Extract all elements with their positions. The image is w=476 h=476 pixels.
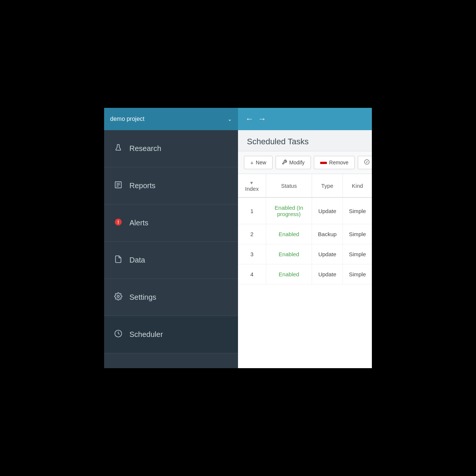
sort-icon: ▼ [249, 180, 254, 186]
cell-status: Enabled [266, 224, 312, 244]
toolbar: + New Modify [238, 151, 372, 174]
alert-icon: ! [113, 218, 123, 228]
data-icon [113, 255, 123, 266]
svg-rect-8 [320, 162, 327, 164]
remove-button[interactable]: Remove [314, 156, 355, 169]
modify-button-label: Modify [289, 160, 305, 165]
cell-index: 4 [238, 264, 266, 284]
cell-type: Update [312, 264, 343, 284]
scheduler-icon [113, 329, 123, 340]
col-index[interactable]: ▼ Index [238, 174, 266, 197]
col-status[interactable]: Status [266, 174, 312, 197]
col-status-label: Status [281, 183, 297, 189]
sidebar: Research Reports [104, 130, 238, 368]
col-kind-label: Kind [352, 183, 363, 189]
settings-icon [113, 292, 123, 303]
svg-point-6 [117, 295, 119, 298]
table-row[interactable]: 3 Enabled Update Simple [238, 244, 372, 264]
cell-status: Enabled [266, 264, 312, 284]
col-kind[interactable]: Kind [343, 174, 372, 197]
sidebar-data-label: Data [129, 256, 145, 264]
flask-icon [113, 144, 123, 154]
table-row[interactable]: 1 Enabled (In progress) Update Simple [238, 197, 372, 224]
sidebar-research-label: Research [129, 144, 161, 153]
reports-icon [113, 181, 123, 191]
scheduled-tasks-table: ▼ Index Status Type Kind [238, 174, 372, 284]
cell-index: 1 [238, 197, 266, 224]
col-type[interactable]: Type [312, 174, 343, 197]
cell-index: 2 [238, 224, 266, 244]
remove-icon [320, 160, 327, 166]
cell-kind: Simple [343, 244, 372, 264]
app-container: demo project ⌄ ← → Research [104, 108, 372, 368]
sidebar-reports-label: Reports [129, 181, 155, 190]
col-index-label: Index [245, 186, 259, 192]
forward-button[interactable]: → [258, 115, 266, 123]
cell-type: Update [312, 197, 343, 224]
new-button-label: New [256, 160, 266, 165]
enable-button[interactable]: Enable [358, 156, 372, 169]
content-area: Scheduled Tasks + New Modify [238, 130, 372, 368]
cell-type: Update [312, 244, 343, 264]
modify-button[interactable]: Modify [276, 156, 311, 169]
cell-type: Backup [312, 224, 343, 244]
cell-kind: Simple [343, 264, 372, 284]
cell-status: Enabled (In progress) [266, 197, 312, 224]
back-button[interactable]: ← [245, 115, 254, 123]
cell-kind: Simple [343, 197, 372, 224]
cell-index: 3 [238, 244, 266, 264]
sidebar-item-alerts[interactable]: ! Alerts [104, 205, 238, 242]
sidebar-item-scheduler[interactable]: Scheduler [104, 316, 238, 353]
main-layout: Research Reports [104, 130, 372, 368]
sidebar-item-research[interactable]: Research [104, 130, 238, 167]
check-circle-icon [364, 159, 370, 166]
remove-button-label: Remove [329, 160, 348, 165]
wrench-icon [282, 160, 287, 166]
sidebar-item-reports[interactable]: Reports [104, 167, 238, 205]
plus-icon: + [250, 160, 254, 166]
table-header-row: ▼ Index Status Type Kind [238, 174, 372, 197]
header-nav: ← → [238, 115, 372, 123]
sidebar-item-data[interactable]: Data [104, 242, 238, 279]
svg-text:!: ! [118, 219, 119, 225]
table-container: ▼ Index Status Type Kind [238, 174, 372, 368]
table-row[interactable]: 4 Enabled Update Simple [238, 264, 372, 284]
col-type-label: Type [321, 183, 334, 189]
header-sidebar-area: demo project ⌄ [104, 108, 238, 130]
project-dropdown-arrow[interactable]: ⌄ [228, 116, 232, 122]
sidebar-scheduler-label: Scheduler [129, 330, 163, 339]
cell-status: Enabled [266, 244, 312, 264]
sidebar-alerts-label: Alerts [129, 219, 148, 227]
page-title: Scheduled Tasks [247, 137, 309, 146]
sidebar-item-settings[interactable]: Settings [104, 279, 238, 316]
project-title: demo project [110, 116, 228, 122]
sidebar-settings-label: Settings [129, 293, 156, 302]
content-title-bar: Scheduled Tasks [238, 130, 372, 151]
table-row[interactable]: 2 Enabled Backup Simple [238, 224, 372, 244]
header: demo project ⌄ ← → [104, 108, 372, 130]
cell-kind: Simple [343, 224, 372, 244]
new-button[interactable]: + New [244, 156, 273, 169]
